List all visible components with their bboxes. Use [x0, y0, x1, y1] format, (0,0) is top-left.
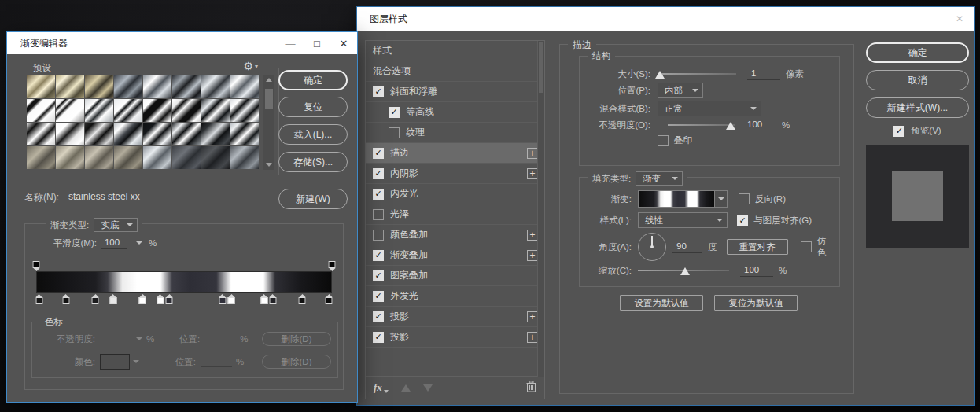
position-dropdown[interactable]: 内部: [658, 83, 703, 98]
save-button[interactable]: 存储(S)...: [278, 152, 348, 172]
chevron-down-icon[interactable]: [136, 241, 142, 245]
delete-effect-icon[interactable]: [526, 381, 536, 395]
color-stop[interactable]: [62, 294, 69, 304]
add-effect-button[interactable]: +: [527, 230, 538, 241]
add-effect-button[interactable]: +: [527, 332, 538, 343]
gradient-swatch[interactable]: [638, 190, 715, 208]
size-slider[interactable]: [658, 68, 736, 79]
effect-checkbox[interactable]: ✓: [373, 148, 384, 159]
opacity-value[interactable]: 100: [743, 119, 776, 131]
stop-opacity-input[interactable]: [100, 333, 131, 344]
scale-value[interactable]: 100: [740, 264, 773, 277]
effect-checkbox[interactable]: ✓: [373, 86, 384, 97]
styles-list-item[interactable]: 光泽: [366, 204, 544, 225]
maximize-icon[interactable]: □: [304, 38, 330, 50]
scrollbar-thumb[interactable]: [265, 89, 273, 109]
gradient-preset[interactable]: [230, 146, 259, 169]
gradient-preset[interactable]: [172, 99, 201, 122]
gradient-preset[interactable]: [201, 99, 230, 122]
new-style-button[interactable]: 新建样式(W)...: [866, 97, 969, 118]
preview-checkbox[interactable]: ✓: [893, 126, 904, 137]
add-effect-button[interactable]: +: [527, 311, 538, 322]
add-effect-button[interactable]: +: [527, 250, 538, 261]
gradient-preview-bar[interactable]: [36, 271, 332, 293]
color-stop[interactable]: [228, 294, 235, 304]
styles-list-item[interactable]: ✓等高线: [366, 102, 544, 123]
effect-checkbox[interactable]: ✓: [373, 168, 384, 179]
gradient-preset[interactable]: [85, 123, 113, 145]
gradient-preset[interactable]: [114, 99, 142, 122]
gradient-preset[interactable]: [143, 99, 171, 122]
styles-list-item[interactable]: 颜色叠加+: [366, 225, 544, 245]
gradient-preset[interactable]: [172, 123, 201, 145]
align-layer-checkbox[interactable]: ✓: [737, 215, 748, 226]
gradient-preset[interactable]: [230, 123, 259, 145]
styles-scrollbar[interactable]: [537, 41, 544, 377]
gradient-preset[interactable]: [114, 146, 142, 169]
styles-list-item[interactable]: ✓斜面和浮雕: [366, 82, 544, 102]
gradient-preset[interactable]: [56, 123, 84, 145]
effect-checkbox[interactable]: ✓: [373, 270, 384, 281]
stop-color-swatch[interactable]: [100, 354, 130, 370]
gradient-preset[interactable]: [172, 75, 201, 98]
minimize-icon[interactable]: —: [277, 38, 304, 50]
gradient-preset[interactable]: [201, 75, 230, 98]
set-default-button[interactable]: 设置为默认值: [620, 295, 703, 311]
gradient-preset[interactable]: [27, 146, 55, 169]
styles-list-item[interactable]: ✓渐变叠加+: [366, 245, 544, 266]
delete-opacity-stop-button[interactable]: 删除(D): [262, 332, 331, 346]
gradient-preset[interactable]: [114, 123, 142, 145]
dither-checkbox[interactable]: [801, 241, 812, 252]
presets-scrollbar[interactable]: [263, 75, 274, 170]
gradient-preset[interactable]: [172, 146, 201, 169]
effect-checkbox[interactable]: ✓: [373, 291, 384, 302]
fx-menu-button[interactable]: fx: [374, 381, 389, 394]
add-effect-button[interactable]: +: [527, 148, 538, 159]
color-stop[interactable]: [166, 294, 173, 304]
opacity-slider[interactable]: [668, 120, 735, 131]
color-stop[interactable]: [219, 294, 226, 304]
scrollbar-thumb[interactable]: [539, 42, 543, 93]
gradient-type-dropdown[interactable]: 实底: [94, 218, 138, 232]
effect-checkbox[interactable]: ✓: [373, 332, 384, 343]
gradient-preset[interactable]: [114, 75, 142, 98]
gradient-preset[interactable]: [230, 99, 259, 122]
ok-button[interactable]: 确定: [866, 42, 969, 63]
scroll-up-icon[interactable]: [266, 78, 272, 82]
move-effect-up-icon[interactable]: [401, 384, 411, 392]
scale-slider[interactable]: [638, 265, 729, 276]
layer-style-titlebar[interactable]: 图层样式 ✕: [357, 7, 974, 31]
styles-list-item[interactable]: ✓描边+: [366, 143, 544, 164]
gradient-preset[interactable]: [143, 75, 171, 98]
reset-align-button[interactable]: 重置对齐: [727, 239, 788, 255]
color-stop[interactable]: [109, 294, 116, 304]
styles-list-item[interactable]: ✓内阴影+: [366, 164, 544, 184]
presets-menu-button[interactable]: ⚙ ▾: [240, 60, 261, 72]
effect-checkbox[interactable]: ✓: [373, 311, 384, 322]
gradient-preset[interactable]: [27, 123, 55, 145]
angle-dial[interactable]: [638, 233, 666, 261]
scale-slider-thumb[interactable]: [680, 267, 690, 275]
smoothness-value[interactable]: 100: [101, 237, 127, 249]
delete-color-stop-button[interactable]: 删除(D): [262, 355, 331, 369]
effect-checkbox[interactable]: ✓: [373, 189, 384, 200]
color-stop[interactable]: [92, 294, 99, 304]
gradient-preset[interactable]: [27, 75, 55, 98]
gradient-preset[interactable]: [56, 99, 84, 122]
overprint-checkbox[interactable]: [658, 135, 669, 146]
scroll-down-icon[interactable]: [266, 163, 272, 167]
gradient-preset[interactable]: [85, 99, 113, 122]
gradient-preset[interactable]: [230, 75, 259, 98]
gradient-preset[interactable]: [56, 75, 84, 98]
opacity-stop[interactable]: [329, 261, 336, 271]
styles-list-item[interactable]: ✓投影+: [366, 307, 544, 327]
styles-list-item[interactable]: ✓外发光: [366, 286, 544, 307]
gradient-preset[interactable]: [56, 146, 84, 169]
color-stop[interactable]: [157, 294, 164, 304]
opacity-stop[interactable]: [33, 261, 40, 271]
effect-checkbox[interactable]: ✓: [373, 250, 384, 261]
fill-type-dropdown[interactable]: 渐变: [636, 171, 683, 186]
styles-list-item[interactable]: ✓内发光: [366, 184, 544, 204]
cancel-button[interactable]: 取消: [866, 70, 969, 90]
gradient-preset[interactable]: [85, 75, 113, 98]
